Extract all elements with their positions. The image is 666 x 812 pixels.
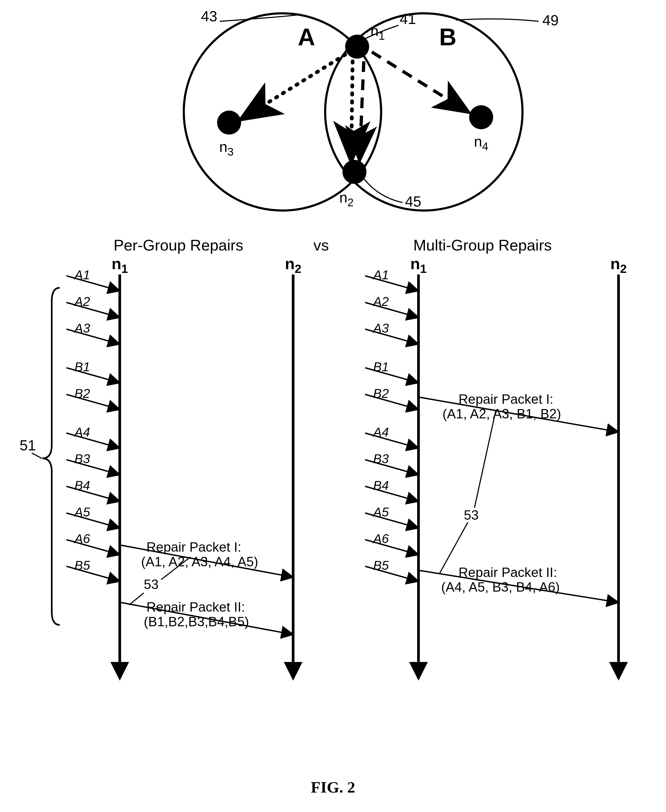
packet-label: B2 bbox=[373, 386, 389, 401]
packet-label: B1 bbox=[373, 360, 389, 374]
left-repair1-text: Repair Packet I: (A1, A2, A3, A4, A5) bbox=[141, 540, 258, 569]
packet-arrow: A2 bbox=[66, 294, 119, 317]
arrow-n1-n3 bbox=[246, 54, 345, 116]
packet-arrow: B5 bbox=[66, 558, 119, 581]
right-n2-label: n2 bbox=[610, 255, 627, 276]
figure-caption: FIG. 2 bbox=[13, 778, 653, 797]
node-n3-label: n3 bbox=[219, 138, 234, 158]
packet-label: A5 bbox=[74, 505, 90, 519]
packet-label: B1 bbox=[74, 360, 90, 374]
packet-arrow: A3 bbox=[365, 321, 417, 344]
packet-label: A2 bbox=[74, 294, 90, 309]
packet-label: A1 bbox=[373, 268, 389, 282]
node-n2 bbox=[343, 160, 366, 184]
packet-label: A2 bbox=[373, 294, 389, 309]
packet-arrow: B3 bbox=[66, 452, 119, 474]
ref-49: 49 bbox=[542, 12, 559, 28]
packet-label: B5 bbox=[74, 558, 90, 572]
packet-arrow: A1 bbox=[365, 268, 417, 291]
packet-arrow: A6 bbox=[365, 532, 417, 554]
node-n4-label: n4 bbox=[474, 133, 488, 153]
right-repair1-text: Repair Packet I: (A1, A2, A3, B1, B2) bbox=[442, 392, 561, 421]
left-ref-53: 53 bbox=[144, 577, 159, 592]
packet-label: A3 bbox=[373, 321, 389, 335]
packet-arrow: A4 bbox=[66, 425, 119, 448]
packet-label: A5 bbox=[373, 505, 389, 519]
venn-label-a: A bbox=[298, 24, 315, 50]
diagram-svg: A B 43 49 41 45 n1 n2 n3 n4 bbox=[13, 11, 653, 730]
packet-label: A6 bbox=[373, 532, 389, 546]
node-n2-label: n2 bbox=[339, 189, 354, 209]
arrow-n1-n4 bbox=[372, 52, 464, 109]
packet-label: B3 bbox=[373, 452, 389, 466]
right-timeline-group: n1 n2 bbox=[410, 255, 627, 677]
left-repair2-text: Repair Packet II: (B1,B2,B3,B4,B5) bbox=[144, 600, 249, 629]
packet-arrow: B4 bbox=[365, 478, 417, 501]
header-vs: vs bbox=[313, 237, 329, 254]
right-ref-53-leader1 bbox=[475, 410, 496, 508]
packet-arrow: A4 bbox=[365, 425, 417, 448]
packet-arrow: A5 bbox=[66, 505, 119, 528]
packet-label: A4 bbox=[74, 425, 90, 439]
node-n1-label: n1 bbox=[371, 23, 385, 42]
packet-arrow: A6 bbox=[66, 532, 119, 554]
packet-label: A3 bbox=[74, 321, 90, 335]
packet-arrow: A3 bbox=[66, 321, 119, 344]
venn-diagram: A B 43 49 41 45 n1 n2 n3 n4 bbox=[184, 11, 559, 210]
packet-arrow: B2 bbox=[66, 386, 119, 409]
ref-41: 41 bbox=[399, 11, 416, 27]
left-n2-label: n2 bbox=[285, 255, 302, 276]
packet-label: B4 bbox=[373, 478, 389, 493]
right-n1-label: n1 bbox=[410, 255, 427, 276]
packet-label: B2 bbox=[74, 386, 90, 401]
left-repairs: Repair Packet I: (A1, A2, A3, A4, A5) Re… bbox=[120, 540, 292, 634]
packet-label: A4 bbox=[373, 425, 389, 439]
node-n4 bbox=[469, 105, 493, 129]
packet-arrow: B1 bbox=[66, 360, 119, 382]
packet-label: B3 bbox=[74, 452, 90, 466]
venn-label-b: B bbox=[439, 24, 457, 50]
arrow-n1-n2-dashed bbox=[360, 61, 364, 155]
packet-label: A1 bbox=[74, 268, 90, 282]
packet-label: B5 bbox=[373, 558, 389, 572]
node-n1 bbox=[345, 35, 369, 59]
ref-51: 51 bbox=[20, 437, 36, 454]
node-n3 bbox=[217, 110, 241, 135]
ref-51-brace: 51 bbox=[20, 288, 60, 625]
ref-43: 43 bbox=[201, 11, 217, 25]
ref-51-leader bbox=[32, 453, 42, 459]
packet-arrow: B2 bbox=[365, 386, 417, 409]
right-ref-53: 53 bbox=[464, 508, 479, 523]
left-ref-53-leader2 bbox=[129, 593, 144, 605]
packet-arrow: B3 bbox=[365, 452, 417, 474]
ref-45-leader bbox=[364, 179, 402, 202]
right-repair2-text: Repair Packet II: (A4, A5, B3, B4, A6) bbox=[441, 565, 561, 595]
packet-label: A6 bbox=[74, 532, 90, 546]
packet-arrow: B5 bbox=[365, 558, 417, 581]
header-right: Multi-Group Repairs bbox=[413, 237, 552, 254]
packet-arrow: A5 bbox=[365, 505, 417, 528]
packet-arrow: B1 bbox=[365, 360, 417, 382]
ref-49-leader bbox=[456, 19, 539, 21]
ref-45: 45 bbox=[405, 193, 421, 210]
packet-arrow: A2 bbox=[365, 294, 417, 317]
packet-arrow: B4 bbox=[66, 478, 119, 501]
arrow-n1-n2-dotted bbox=[351, 61, 353, 155]
header-left: Per-Group Repairs bbox=[113, 237, 243, 254]
right-repairs: Repair Packet I: (A1, A2, A3, B1, B2) Re… bbox=[419, 392, 617, 602]
packet-arrow: A1 bbox=[66, 268, 119, 291]
packet-label: B4 bbox=[74, 478, 90, 493]
left-n1-label: n1 bbox=[112, 255, 128, 276]
